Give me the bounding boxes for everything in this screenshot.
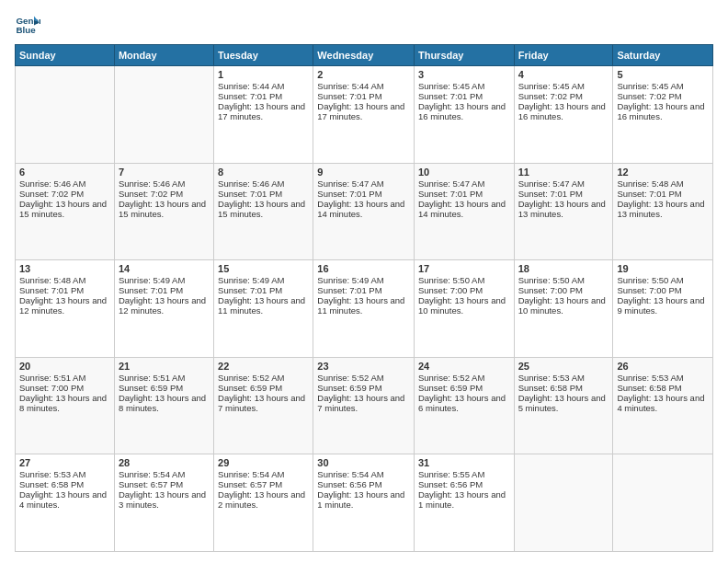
daylight-text: Daylight: 13 hours and 16 minutes. [617, 101, 709, 121]
day-cell: 10Sunrise: 5:47 AMSunset: 7:01 PMDayligh… [414, 163, 514, 260]
day-number: 9 [317, 167, 410, 178]
sunset-text: Sunset: 6:59 PM [317, 383, 410, 393]
day-cell: 20Sunrise: 5:51 AMSunset: 7:00 PMDayligh… [16, 357, 115, 454]
day-cell: 14Sunrise: 5:49 AMSunset: 7:01 PMDayligh… [114, 260, 213, 358]
day-cell: 26Sunrise: 5:53 AMSunset: 6:58 PMDayligh… [613, 357, 713, 454]
sunrise-text: Sunrise: 5:51 AM [119, 373, 210, 383]
day-cell: 13Sunrise: 5:48 AMSunset: 7:01 PMDayligh… [16, 260, 115, 358]
day-cell: 28Sunrise: 5:54 AMSunset: 6:57 PMDayligh… [114, 454, 213, 552]
sunrise-text: Sunrise: 5:46 AM [119, 178, 210, 189]
day-number: 1 [218, 69, 309, 80]
sunrise-text: Sunrise: 5:55 AM [418, 469, 510, 479]
daylight-text: Daylight: 13 hours and 10 minutes. [518, 295, 609, 316]
sunset-text: Sunset: 7:02 PM [19, 189, 110, 199]
daylight-text: Daylight: 13 hours and 17 minutes. [317, 101, 410, 121]
day-number: 4 [518, 69, 609, 80]
sunrise-text: Sunrise: 5:51 AM [19, 373, 110, 383]
day-cell: 4Sunrise: 5:45 AMSunset: 7:02 PMDaylight… [514, 66, 613, 164]
sunset-text: Sunset: 7:01 PM [19, 285, 110, 295]
day-number: 3 [418, 69, 510, 80]
day-number: 13 [19, 263, 110, 274]
daylight-text: Daylight: 13 hours and 3 minutes. [119, 489, 210, 510]
sunrise-text: Sunrise: 5:54 AM [317, 469, 410, 479]
day-cell: 2Sunrise: 5:44 AMSunset: 7:01 PMDaylight… [313, 66, 415, 164]
daylight-text: Daylight: 13 hours and 11 minutes. [317, 295, 410, 316]
sunset-text: Sunset: 6:56 PM [418, 479, 510, 489]
sunrise-text: Sunrise: 5:50 AM [518, 275, 609, 285]
day-cell [514, 454, 613, 552]
day-cell: 30Sunrise: 5:54 AMSunset: 6:56 PMDayligh… [313, 454, 415, 552]
day-number: 11 [518, 167, 609, 178]
daylight-text: Daylight: 13 hours and 13 minutes. [518, 199, 609, 219]
daylight-text: Daylight: 13 hours and 14 minutes. [317, 199, 410, 219]
sunset-text: Sunset: 7:01 PM [317, 189, 410, 199]
sunrise-text: Sunrise: 5:46 AM [218, 178, 309, 189]
sunset-text: Sunset: 7:01 PM [418, 91, 510, 101]
day-cell: 25Sunrise: 5:53 AMSunset: 6:58 PMDayligh… [514, 357, 613, 454]
daylight-text: Daylight: 13 hours and 2 minutes. [218, 489, 309, 510]
day-number: 28 [119, 457, 210, 468]
sunset-text: Sunset: 7:01 PM [418, 189, 510, 199]
sunset-text: Sunset: 7:01 PM [119, 285, 210, 295]
sunrise-text: Sunrise: 5:53 AM [617, 373, 709, 383]
daylight-text: Daylight: 13 hours and 7 minutes. [317, 393, 410, 413]
day-number: 8 [218, 167, 309, 178]
daylight-text: Daylight: 13 hours and 6 minutes. [418, 393, 510, 413]
daylight-text: Daylight: 13 hours and 10 minutes. [418, 295, 510, 316]
col-header-thursday: Thursday [414, 45, 514, 66]
daylight-text: Daylight: 13 hours and 15 minutes. [218, 199, 309, 219]
daylight-text: Daylight: 13 hours and 7 minutes. [218, 393, 309, 413]
col-header-friday: Friday [514, 45, 613, 66]
daylight-text: Daylight: 13 hours and 4 minutes. [617, 393, 709, 413]
day-cell: 27Sunrise: 5:53 AMSunset: 6:58 PMDayligh… [16, 454, 115, 552]
col-header-tuesday: Tuesday [214, 45, 313, 66]
day-number: 20 [19, 361, 110, 372]
sunset-text: Sunset: 7:02 PM [119, 189, 210, 199]
sunset-text: Sunset: 7:01 PM [617, 189, 709, 199]
day-number: 19 [617, 263, 709, 274]
day-number: 18 [518, 263, 609, 274]
sunset-text: Sunset: 7:01 PM [218, 285, 309, 295]
day-number: 24 [418, 361, 510, 372]
daylight-text: Daylight: 13 hours and 4 minutes. [19, 489, 110, 510]
sunset-text: Sunset: 7:01 PM [317, 285, 410, 295]
day-cell: 19Sunrise: 5:50 AMSunset: 7:00 PMDayligh… [613, 260, 713, 358]
week-row-1: 1Sunrise: 5:44 AMSunset: 7:01 PMDaylight… [16, 66, 713, 164]
day-number: 14 [119, 263, 210, 274]
sunset-text: Sunset: 7:01 PM [218, 91, 309, 101]
col-header-monday: Monday [114, 45, 213, 66]
daylight-text: Daylight: 13 hours and 5 minutes. [518, 393, 609, 413]
sunrise-text: Sunrise: 5:53 AM [518, 373, 609, 383]
sunset-text: Sunset: 6:58 PM [518, 383, 609, 393]
sunset-text: Sunset: 6:56 PM [317, 479, 410, 489]
day-number: 23 [317, 361, 410, 372]
sunset-text: Sunset: 7:01 PM [518, 189, 609, 199]
day-cell: 15Sunrise: 5:49 AMSunset: 7:01 PMDayligh… [214, 260, 313, 358]
sunrise-text: Sunrise: 5:47 AM [518, 178, 609, 189]
sunset-text: Sunset: 7:00 PM [617, 285, 709, 295]
daylight-text: Daylight: 13 hours and 9 minutes. [617, 295, 709, 316]
day-cell: 23Sunrise: 5:52 AMSunset: 6:59 PMDayligh… [313, 357, 415, 454]
sunset-text: Sunset: 7:00 PM [518, 285, 609, 295]
day-cell: 11Sunrise: 5:47 AMSunset: 7:01 PMDayligh… [514, 163, 613, 260]
daylight-text: Daylight: 13 hours and 12 minutes. [119, 295, 210, 316]
sunrise-text: Sunrise: 5:50 AM [418, 275, 510, 285]
sunrise-text: Sunrise: 5:46 AM [19, 178, 110, 189]
daylight-text: Daylight: 13 hours and 16 minutes. [518, 101, 609, 121]
sunrise-text: Sunrise: 5:52 AM [418, 373, 510, 383]
daylight-text: Daylight: 13 hours and 17 minutes. [218, 101, 309, 121]
day-cell [114, 66, 213, 164]
sunrise-text: Sunrise: 5:52 AM [317, 373, 410, 383]
daylight-text: Daylight: 13 hours and 11 minutes. [218, 295, 309, 316]
day-cell: 7Sunrise: 5:46 AMSunset: 7:02 PMDaylight… [114, 163, 213, 260]
daylight-text: Daylight: 13 hours and 15 minutes. [119, 199, 210, 219]
day-cell: 21Sunrise: 5:51 AMSunset: 6:59 PMDayligh… [114, 357, 213, 454]
sunset-text: Sunset: 7:02 PM [518, 91, 609, 101]
sunset-text: Sunset: 6:58 PM [19, 479, 110, 489]
day-cell: 6Sunrise: 5:46 AMSunset: 7:02 PMDaylight… [16, 163, 115, 260]
sunset-text: Sunset: 7:00 PM [418, 285, 510, 295]
sunset-text: Sunset: 7:02 PM [617, 91, 709, 101]
sunset-text: Sunset: 6:59 PM [119, 383, 210, 393]
sunrise-text: Sunrise: 5:52 AM [218, 373, 309, 383]
logo: General Blue [15, 11, 44, 37]
